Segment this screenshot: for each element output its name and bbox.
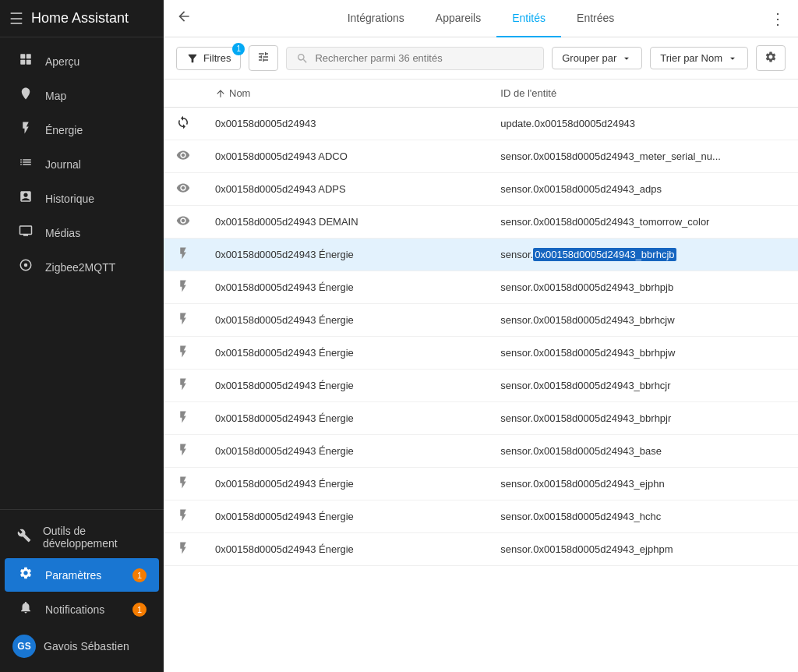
row-entity-id: sensor.0x00158d0005d24943_bbrhpjw xyxy=(488,337,798,370)
sidebar-item-map[interactable]: Map xyxy=(5,79,159,112)
row-entity-id: sensor.0x00158d0005d24943_ejphn xyxy=(488,468,798,500)
sidebar-item-historique[interactable]: Historique xyxy=(5,182,159,215)
table-row[interactable]: 0x00158d0005d24943 Énergiesensor.0x00158… xyxy=(164,370,798,402)
table-row[interactable]: 0x00158d0005d24943 Énergiesensor.0x00158… xyxy=(164,402,798,435)
row-icon xyxy=(164,271,203,304)
apercu-icon xyxy=(17,52,34,70)
sidebar-item-zigbee2mqtt[interactable]: Zigbee2MQTT xyxy=(5,250,159,284)
medias-icon xyxy=(17,224,34,242)
table-row[interactable]: 0x00158d0005d24943 Énergiesensor.0x00158… xyxy=(164,500,798,533)
row-name: 0x00158d0005d24943 Énergie xyxy=(203,468,488,500)
svg-point-6 xyxy=(24,263,28,267)
svg-rect-3 xyxy=(26,60,31,65)
energie-icon xyxy=(17,121,34,139)
top-nav: Intégrations Appareils Entités Entrées ⋮ xyxy=(164,0,798,37)
sidebar-item-zigbee2mqtt-label: Zigbee2MQTT xyxy=(45,261,115,274)
sidebar-item-energie[interactable]: Énergie xyxy=(5,113,159,147)
sidebar-item-map-label: Map xyxy=(45,90,66,102)
row-entity-id: sensor.0x00158d0005d24943_bbrhpjb xyxy=(488,271,798,304)
col-name-header[interactable]: Nom xyxy=(203,80,488,108)
row-name: 0x00158d0005d24943 DEMAIN xyxy=(203,206,488,239)
row-entity-id: sensor.0x00158d0005d24943_tomorrow_color xyxy=(488,206,798,239)
row-icon xyxy=(164,468,203,500)
sidebar-user[interactable]: GS Gavois Sébastien xyxy=(0,627,164,666)
sidebar-header: ☰ Home Assistant xyxy=(0,0,164,37)
outils-icon xyxy=(17,529,32,546)
app-title: Home Assistant xyxy=(31,10,129,27)
sidebar-item-medias-label: Médias xyxy=(45,227,80,239)
user-avatar: GS xyxy=(12,635,36,658)
svg-rect-1 xyxy=(26,54,31,58)
row-name: 0x00158d0005d24943 Énergie xyxy=(203,500,488,533)
row-entity-id: sensor.0x00158d0005d24943_bbrhpjr xyxy=(488,402,798,435)
table-row[interactable]: 0x00158d0005d24943 Énergiesensor.0x00158… xyxy=(164,239,798,271)
sidebar-nav: Aperçu Map Énergie Journal Historique xyxy=(0,37,164,509)
sidebar-item-apercu-label: Aperçu xyxy=(45,55,79,68)
table-row[interactable]: 0x00158d0005d24943 Énergiesensor.0x00158… xyxy=(164,468,798,500)
more-options-icon[interactable]: ⋮ xyxy=(764,3,792,34)
row-name: 0x00158d0005d24943 xyxy=(203,108,488,140)
row-entity-id: sensor.0x00158d0005d24943_adps xyxy=(488,173,798,206)
sidebar-item-outils[interactable]: Outils de développement xyxy=(5,517,159,557)
table-row[interactable]: 0x00158d0005d24943 ADCOsensor.0x00158d00… xyxy=(164,140,798,173)
sidebar-item-notifications[interactable]: Notifications 1 xyxy=(5,592,159,626)
sidebar-bottom: Outils de développement Paramètres 1 Not… xyxy=(0,509,164,672)
svg-rect-2 xyxy=(20,60,25,65)
row-entity-id: update.0x00158d0005d24943 xyxy=(488,108,798,140)
journal-icon xyxy=(17,155,34,173)
tab-entrees[interactable]: Entrées xyxy=(561,0,630,37)
sidebar-item-parametres[interactable]: Paramètres 1 xyxy=(5,558,159,592)
sidebar-item-historique-label: Historique xyxy=(45,193,94,205)
filter-label: Filtres xyxy=(203,52,231,64)
toolbar: Filtres 1 Grouper par Trier par Nom xyxy=(164,37,798,80)
nav-tabs: Intégrations Appareils Entités Entrées xyxy=(198,0,764,37)
row-icon xyxy=(164,206,203,239)
row-name: 0x00158d0005d24943 ADCO xyxy=(203,140,488,173)
filter-button[interactable]: Filtres 1 xyxy=(176,47,241,70)
table-row[interactable]: 0x00158d0005d24943 Énergiesensor.0x00158… xyxy=(164,533,798,566)
table-row[interactable]: 0x00158d0005d24943update.0x00158d0005d24… xyxy=(164,108,798,140)
row-icon xyxy=(164,304,203,337)
parametres-badge: 1 xyxy=(132,568,147,582)
row-entity-id: sensor.0x00158d0005d24943_bbrhcjr xyxy=(488,370,798,402)
row-icon xyxy=(164,140,203,173)
row-entity-id: sensor.0x00158d0005d24943_bbrhcjw xyxy=(488,304,798,337)
sidebar-item-journal[interactable]: Journal xyxy=(5,147,159,181)
sort-label: Trier par Nom xyxy=(660,52,722,64)
row-icon xyxy=(164,173,203,206)
group-by-button[interactable]: Grouper par xyxy=(552,47,642,69)
sidebar-item-apercu[interactable]: Aperçu xyxy=(5,44,159,78)
table-row[interactable]: 0x00158d0005d24943 Énergiesensor.0x00158… xyxy=(164,337,798,370)
row-entity-id: sensor.0x00158d0005d24943_meter_serial_n… xyxy=(488,140,798,173)
tab-integrations[interactable]: Intégrations xyxy=(332,0,420,37)
zigbee2mqtt-icon xyxy=(17,258,34,276)
table-row[interactable]: 0x00158d0005d24943 Énergiesensor.0x00158… xyxy=(164,304,798,337)
historique-icon xyxy=(17,189,34,207)
sidebar-item-journal-label: Journal xyxy=(45,158,81,171)
search-input[interactable] xyxy=(315,52,534,64)
row-name: 0x00158d0005d24943 Énergie xyxy=(203,239,488,271)
tab-entites[interactable]: Entités xyxy=(496,0,561,37)
sort-button[interactable]: Trier par Nom xyxy=(650,47,748,69)
sidebar-item-medias[interactable]: Médias xyxy=(5,216,159,249)
table-row[interactable]: 0x00158d0005d24943 Énergiesensor.0x00158… xyxy=(164,435,798,468)
table-row[interactable]: 0x00158d0005d24943 ADPSsensor.0x00158d00… xyxy=(164,173,798,206)
row-name: 0x00158d0005d24943 Énergie xyxy=(203,402,488,435)
group-by-label: Grouper par xyxy=(562,52,616,64)
back-button[interactable] xyxy=(170,2,198,34)
row-icon xyxy=(164,370,203,402)
menu-icon[interactable]: ☰ xyxy=(9,9,23,28)
row-icon xyxy=(164,239,203,271)
row-name: 0x00158d0005d24943 Énergie xyxy=(203,271,488,304)
tab-appareils[interactable]: Appareils xyxy=(420,0,496,37)
sidebar-item-notifications-label: Notifications xyxy=(45,603,104,616)
sort-asc-icon xyxy=(215,88,226,99)
table-settings-button[interactable] xyxy=(756,45,786,71)
row-name: 0x00158d0005d24943 Énergie xyxy=(203,337,488,370)
col-icon-header xyxy=(164,80,203,108)
table-row[interactable]: 0x00158d0005d24943 Énergiesensor.0x00158… xyxy=(164,271,798,304)
search-box xyxy=(286,47,544,70)
table-row[interactable]: 0x00158d0005d24943 DEMAINsensor.0x00158d… xyxy=(164,206,798,239)
tune-button[interactable] xyxy=(249,45,278,71)
row-icon xyxy=(164,500,203,533)
